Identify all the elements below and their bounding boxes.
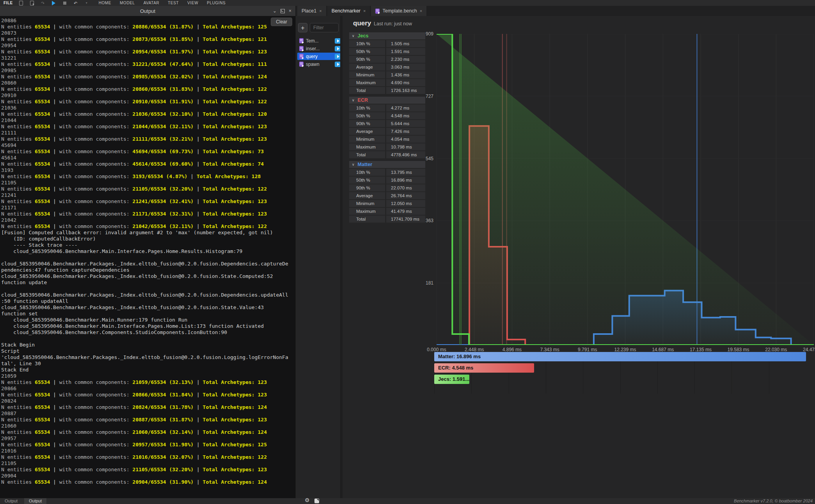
clear-button[interactable]: Clear: [271, 18, 292, 26]
legend-bar-matter: Matter: 16.896 ms: [434, 352, 806, 361]
legend-bar-jecs: Jecs: 1.591...: [434, 375, 469, 384]
menubar: HOMEMODELAVATARTESTVIEWPLUGINS: [99, 1, 226, 5]
menu-view[interactable]: VIEW: [187, 1, 198, 5]
tab-close-icon[interactable]: ×: [420, 9, 422, 13]
menu-home[interactable]: HOME: [99, 1, 111, 5]
stat-row: Average26.764 ms: [349, 192, 425, 199]
column-divider[interactable]: [340, 16, 343, 498]
console-line: 21171: [1, 205, 295, 211]
console-line: 3193: [1, 167, 295, 173]
stat-row: Minimum12.050 ms: [349, 200, 425, 207]
menu-test[interactable]: TEST: [168, 1, 179, 5]
stat-label: Minimum: [349, 200, 385, 207]
chevron-down-icon: ∨: [352, 163, 355, 166]
console-line: N entities 65534 | with common component…: [1, 49, 295, 55]
redo-icon[interactable]: ↷: [40, 1, 46, 5]
y-tick-label: 909: [418, 31, 433, 37]
console-line: 20954: [1, 42, 295, 49]
stat-label: Maximum: [349, 208, 385, 215]
play-icon[interactable]: [51, 1, 57, 5]
x-tick-label: 2.448 ms: [465, 347, 484, 352]
panel-close-icon[interactable]: ×: [289, 8, 291, 14]
tab-template-bench[interactable]: Template.bench×: [371, 6, 426, 16]
tab-close-icon[interactable]: ×: [363, 9, 366, 13]
stat-row: Average3.063 ms: [349, 64, 425, 71]
publish-icon[interactable]: [29, 1, 35, 5]
console-line: cloud_5853950046.Benchmarker.Packages._I…: [1, 261, 295, 267]
benchmarker-panel: Place1×Benchmarker×Template.bench× + Tem…: [296, 6, 815, 498]
console-line: 21105: [1, 180, 295, 186]
stats-section-header-jecs[interactable]: ∨Jecs: [349, 32, 425, 39]
script-icon: [299, 46, 304, 51]
console-line: N entities 65534 | with common component…: [1, 417, 295, 423]
console-line: 21036: [1, 105, 295, 111]
output-console[interactable]: 20886N entities 65534 | with common comp…: [1, 18, 295, 498]
stats-section-header-ecr[interactable]: ∨ECR: [349, 97, 425, 104]
dock-tab-output-1[interactable]: Output: [0, 498, 22, 504]
stat-label: 10th %: [349, 169, 385, 176]
stat-value: 7.426 ms: [386, 128, 425, 135]
save-icon[interactable]: [18, 1, 24, 5]
console-line: N entities 65534 | with common component…: [1, 379, 295, 386]
panel-chevron-down-icon[interactable]: ⌄: [273, 8, 277, 14]
benchmark-item-Tem[interactable]: Tem...: [297, 37, 342, 44]
x-tick-label: 0.000 ms: [427, 347, 446, 352]
console-line: N entities 65534 | with common component…: [1, 479, 295, 485]
console-line: N entities 65534 | with common component…: [1, 211, 295, 217]
console-line: 20873: [1, 30, 295, 36]
script-icon: [299, 62, 304, 67]
console-line: cloud_5853950046.Benchmarker.Components.…: [1, 329, 295, 336]
dock-tab-output-2[interactable]: Output: [24, 498, 46, 504]
tab-close-icon[interactable]: ×: [319, 9, 321, 13]
stats-section-header-matter[interactable]: ∨Matter: [349, 161, 425, 168]
chevron-down-icon[interactable]: ▾: [84, 1, 89, 5]
benchmark-item-inser[interactable]: inser...: [297, 45, 342, 52]
menu-avatar[interactable]: AVATAR: [144, 1, 160, 5]
tab-label: Benchmarker: [332, 8, 360, 14]
stat-value: 4.272 ms: [386, 104, 425, 111]
output-panel-header[interactable]: Output ⌄ ×: [0, 6, 295, 16]
stat-value: 26.764 ms: [386, 192, 425, 199]
panel-dock-icon[interactable]: [281, 9, 285, 13]
stat-value: 4.548 ms: [386, 112, 425, 119]
legend-bar-ecr: ECR: 4.548 ms: [434, 363, 534, 373]
filter-input[interactable]: [310, 23, 339, 32]
benchmark-item-spawn[interactable]: spawn: [297, 60, 342, 68]
status-bar: Output Output ⚙ Benchmarker v7.2.0, © bo…: [0, 498, 815, 504]
chevron-down-icon: ∨: [352, 34, 355, 38]
x-tick-label: 19.583 ms: [728, 347, 749, 352]
chart-legend: Matter: 16.896 msECR: 4.548 msJecs: 1.59…: [434, 352, 806, 394]
gear-icon[interactable]: ⚙: [305, 497, 310, 503]
file-menu[interactable]: FILE: [4, 1, 13, 5]
add-benchmark-button[interactable]: +: [298, 23, 307, 32]
stat-row: Total1726.163 ms: [349, 87, 425, 94]
x-tick-label: 24.478 ms: [803, 347, 815, 352]
report-icon[interactable]: [314, 499, 319, 503]
undo-icon[interactable]: ↶: [73, 1, 78, 5]
stat-value: 1.436 ms: [386, 71, 425, 78]
console-line: N entities 65534 | with common component…: [1, 173, 295, 180]
document-tabbar: Place1×Benchmarker×Template.bench×: [296, 6, 815, 16]
stat-value: 1.591 ms: [386, 48, 425, 55]
console-line: 21241: [1, 192, 295, 198]
stat-row: 90th %22.070 ms: [349, 184, 425, 191]
benchmark-item-query[interactable]: query: [297, 53, 342, 60]
console-line: 21060: [1, 423, 295, 429]
histogram-svg: [437, 34, 814, 345]
console-line: function update: [1, 279, 295, 286]
stat-label: Minimum: [349, 136, 385, 143]
console-line: 20985: [1, 67, 295, 74]
tab-place1[interactable]: Place1×: [297, 6, 326, 16]
menu-model[interactable]: MODEL: [120, 1, 135, 5]
console-line: N entities 65534 | with common component…: [1, 74, 295, 80]
console-line: Stack Begin: [1, 342, 295, 348]
stat-label: Total: [349, 151, 385, 158]
stop-icon[interactable]: [62, 1, 67, 5]
console-line: N entities 65534 | with common component…: [1, 111, 295, 117]
console-line: 20866: [1, 386, 295, 392]
stats-section-name: ECR: [358, 97, 368, 103]
tab-benchmarker[interactable]: Benchmarker×: [327, 6, 370, 16]
menu-plugins[interactable]: PLUGINS: [207, 1, 226, 5]
benchmark-item-label: inser...: [306, 46, 332, 51]
histogram-chart[interactable]: [437, 34, 814, 345]
